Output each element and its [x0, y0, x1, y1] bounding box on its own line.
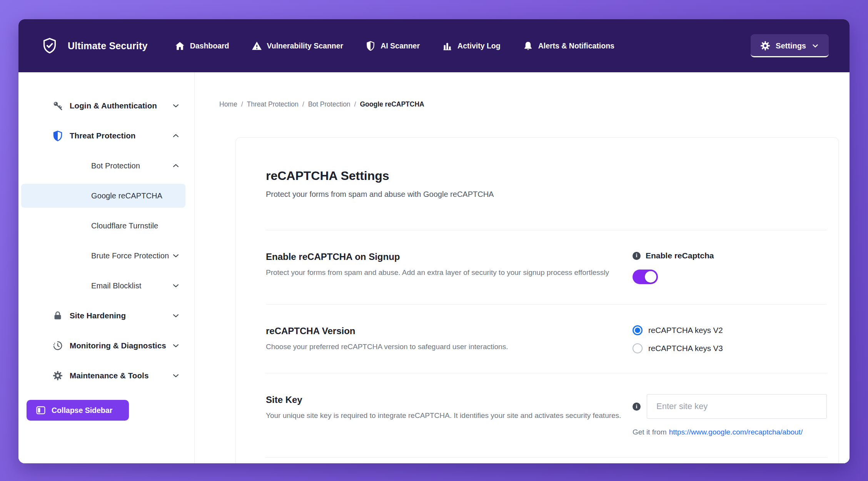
sidebar: Login & Authentication Threat Protection [18, 72, 195, 463]
shield-half-icon [366, 41, 376, 51]
section-site-key: Site Key Your unique site key is require… [266, 373, 827, 457]
enable-recaptcha-label: Enable reCaptcha [646, 251, 714, 260]
home-icon [175, 41, 185, 51]
section-title: Site Key [266, 394, 621, 406]
section-description: Your unique site key is required to inte… [266, 410, 621, 421]
history-icon [51, 340, 65, 351]
collapse-sidebar-button[interactable]: Collapse Sidebar [27, 400, 129, 421]
section-recaptcha-version: reCAPTCHA Version Choose your preferred … [266, 304, 827, 373]
breadcrumb-home[interactable]: Home [219, 100, 237, 108]
site-key-helper: Get it fromhttps://www.google.com/recapt… [633, 428, 827, 436]
site-key-input[interactable] [647, 394, 827, 419]
recaptcha-about-link[interactable]: https://www.google.com/recaptcha/about/ [669, 428, 803, 436]
section-enable-recaptcha: Enable reCAPTCHA on Signup Protect your … [266, 230, 827, 304]
chevron-down-icon [171, 101, 180, 110]
shield-icon [51, 130, 65, 141]
chevron-down-icon [171, 311, 180, 320]
radio-recaptcha-v3[interactable]: reCAPTCHA keys V3 [633, 343, 827, 353]
breadcrumb: Home / Threat Protection / Bot Protectio… [219, 100, 839, 108]
recaptcha-settings-card: reCAPTCHA Settings Protect your forms fr… [235, 137, 839, 463]
next-section-divider [266, 457, 827, 463]
bell-icon [523, 41, 533, 51]
shield-check-logo-icon [41, 37, 58, 55]
sidebar-item-threat-protection[interactable]: Threat Protection [18, 121, 194, 151]
main-content: Home / Threat Protection / Bot Protectio… [195, 72, 850, 463]
settings-label: Settings [776, 42, 806, 50]
card-header: reCAPTCHA Settings Protect your forms fr… [266, 138, 827, 230]
collapse-sidebar-label: Collapse Sidebar [52, 406, 112, 415]
nav-item-vulnerability-scanner[interactable]: Vulnerability Scanner [252, 41, 344, 51]
breadcrumb-threat-protection[interactable]: Threat Protection [247, 100, 299, 108]
toggle-knob [645, 271, 656, 283]
sidebar-item-cloudflare-turnstile[interactable]: Cloudflare Turnstile [18, 211, 194, 241]
sidebar-item-site-hardening[interactable]: Site Hardening [18, 301, 194, 331]
section-title: Enable reCAPTCHA on Signup [266, 251, 609, 263]
chevron-down-icon [171, 371, 180, 380]
radio-recaptcha-v2[interactable]: reCAPTCHA keys V2 [633, 325, 827, 335]
sidebar-item-bot-protection[interactable]: Bot Protection [18, 151, 194, 181]
sidebar-item-monitoring-diagnostics[interactable]: Monitoring & Diagnostics [18, 331, 194, 361]
brand-title: Ultimate Security [68, 40, 148, 52]
app-window: Ultimate Security Dashboard Vulnerabilit… [18, 19, 850, 463]
page-title: reCAPTCHA Settings [266, 168, 827, 183]
radio-unselected-icon [633, 343, 643, 353]
chevron-down-icon [171, 341, 180, 350]
breadcrumb-current: Google reCAPTCHA [360, 100, 424, 108]
warning-triangle-icon [252, 41, 262, 51]
chevron-down-icon [171, 281, 180, 290]
sidebar-item-google-recaptcha[interactable]: Google reCAPTCHA [21, 184, 185, 208]
nav-item-dashboard[interactable]: Dashboard [175, 41, 229, 51]
nav-item-alerts-notifications[interactable]: Alerts & Notifications [523, 41, 614, 51]
sidebar-item-maintenance-tools[interactable]: Maintenance & Tools [18, 361, 194, 391]
sidebar-item-email-blocklist[interactable]: Email Blocklist [18, 271, 194, 301]
gear-icon [51, 370, 65, 381]
section-title: reCAPTCHA Version [266, 325, 508, 337]
page-subtitle: Protect your forms from spam and abuse w… [266, 189, 827, 199]
chevron-up-icon [171, 161, 180, 170]
info-icon[interactable]: i [633, 403, 641, 411]
bar-chart-icon [442, 41, 452, 51]
chevron-down-icon [171, 251, 180, 260]
chevron-down-icon [811, 42, 820, 50]
gear-icon [760, 40, 771, 51]
lock-icon [51, 310, 65, 321]
radio-selected-icon [633, 325, 643, 335]
top-nav: Dashboard Vulnerability Scanner [175, 41, 614, 51]
section-description: Protect your forms from spam and abuse. … [266, 267, 609, 278]
sidebar-item-brute-force-protection[interactable]: Brute Force Protection [18, 241, 194, 271]
sidebar-item-login-authentication[interactable]: Login & Authentication [18, 91, 194, 121]
enable-recaptcha-toggle[interactable] [633, 270, 658, 284]
chevron-up-icon [171, 131, 180, 140]
top-navigation-bar: Ultimate Security Dashboard Vulnerabilit… [18, 19, 850, 72]
section-description: Choose your preferred reCAPTCHA version … [266, 341, 508, 352]
key-icon [51, 100, 65, 112]
nav-item-activity-log[interactable]: Activity Log [442, 41, 501, 51]
panel-left-icon [36, 405, 46, 415]
brand[interactable]: Ultimate Security [41, 37, 148, 55]
breadcrumb-bot-protection[interactable]: Bot Protection [308, 100, 351, 108]
nav-item-ai-scanner[interactable]: AI Scanner [366, 41, 420, 51]
settings-button[interactable]: Settings [751, 34, 829, 57]
info-icon[interactable]: i [633, 252, 641, 260]
